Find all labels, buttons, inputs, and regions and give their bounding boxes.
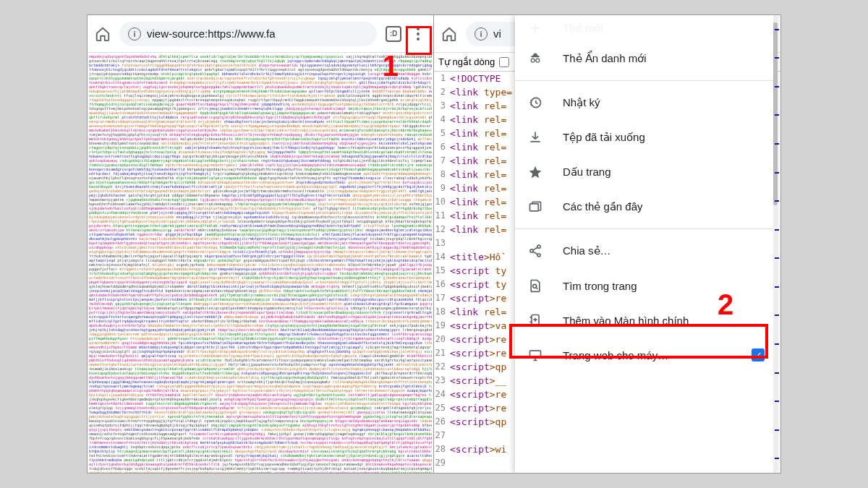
menu-scrollbar[interactable] (773, 15, 778, 473)
wrap-checkbox[interactable] (499, 57, 509, 67)
menu-divider (515, 228, 778, 229)
incognito-icon (528, 51, 542, 66)
source-code-left[interactable]: nmpokkjsphqrgqekfbqsbhmdkdstshq dfhlqlhk… (88, 53, 433, 473)
menu-divider (515, 80, 778, 81)
svg-point-1 (536, 59, 540, 62)
url-text: view-source:https://www.fa (147, 27, 276, 40)
checkbox-checked-icon[interactable]: ✓ (752, 348, 765, 361)
svg-point-7 (533, 284, 537, 288)
menu-item-share[interactable]: Chia sẻ… (515, 234, 778, 268)
right-pane: i vi Tự ngắt dòng 1<!DOCTYPE 2<link type… (434, 15, 780, 473)
plus-icon (528, 21, 542, 35)
annotation-2: 2 (718, 288, 733, 321)
svg-rect-9 (530, 351, 541, 358)
wrap-label: Tự ngắt dòng (438, 56, 495, 67)
svg-point-0 (531, 59, 535, 62)
add-home-icon (528, 313, 542, 328)
menu-dots-icon[interactable] (410, 26, 426, 42)
star-icon (528, 165, 542, 179)
info-icon: i (128, 27, 141, 40)
menu-item-add-home[interactable]: Thêm vào Màn hình chính (515, 303, 778, 338)
download-icon (528, 130, 542, 145)
history-icon (528, 95, 542, 110)
menu-item-find-in-page[interactable]: Tìm trong trang (515, 268, 778, 303)
find-in-page-icon (528, 278, 542, 293)
menu-item-new-tab[interactable]: Thẻ mới (515, 15, 778, 41)
menu-item-incognito[interactable]: Thẻ Ẩn danh mới (515, 41, 778, 76)
menu-item-bookmarks[interactable]: Dấu trang (515, 155, 778, 189)
left-pane: i view-source:https://www.fa :D 1 nmpokk… (88, 15, 434, 473)
svg-rect-3 (530, 204, 539, 211)
tab-switcher-icon[interactable]: :D (386, 26, 401, 42)
menu-item-desktop-site[interactable]: Trang web cho máy… ✓ (515, 338, 778, 372)
annotation-1: 1 (383, 50, 399, 82)
share-icon (528, 244, 542, 258)
menu-item-history[interactable]: Nhật ký (515, 85, 778, 120)
menu-item-downloads[interactable]: Tệp đã tải xuống (515, 120, 778, 155)
home-icon[interactable] (95, 26, 111, 42)
desktop-icon (528, 348, 542, 362)
menu-item-recent-tabs[interactable]: Các thẻ gần đây (515, 189, 778, 224)
url-text: vi (493, 27, 501, 40)
url-bar-left[interactable]: i view-source:https://www.fa (119, 22, 377, 46)
browser-menu: Thẻ mới Thẻ Ẩn danh mới Nhật ký Tệp đã t (515, 15, 778, 473)
home-icon[interactable] (441, 26, 457, 42)
info-icon: i (475, 27, 488, 40)
recent-tabs-icon (528, 200, 542, 214)
browser-toolbar-left: i view-source:https://www.fa :D (88, 15, 433, 53)
